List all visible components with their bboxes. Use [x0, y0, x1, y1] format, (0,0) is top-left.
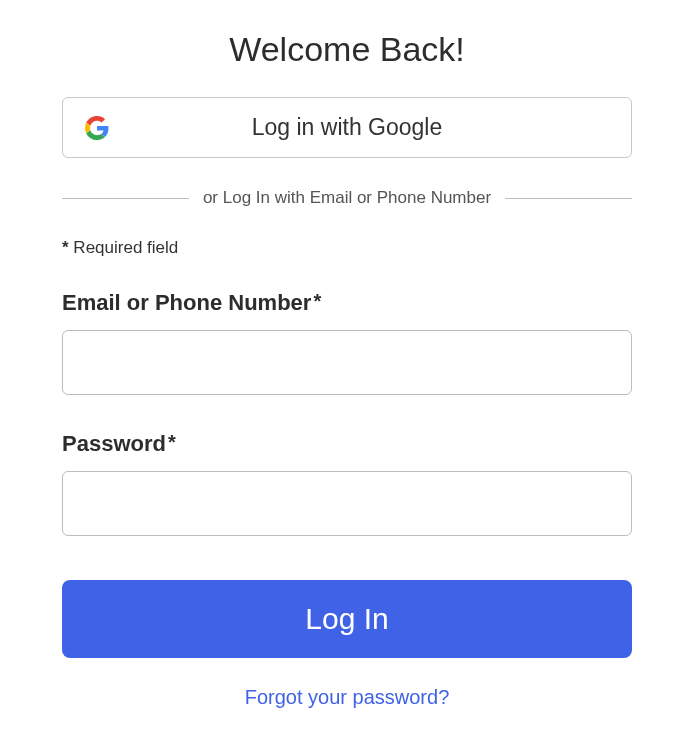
forgot-password-link[interactable]: Forgot your password?: [62, 686, 632, 709]
required-star: *: [62, 238, 69, 257]
email-required-star: *: [313, 290, 321, 312]
password-field-group: Password*: [62, 431, 632, 536]
google-login-button[interactable]: Log in with Google: [62, 97, 632, 158]
page-title: Welcome Back!: [62, 30, 632, 69]
google-login-label: Log in with Google: [252, 114, 443, 141]
divider-text: or Log In with Email or Phone Number: [203, 188, 491, 208]
password-input[interactable]: [62, 471, 632, 536]
password-required-star: *: [168, 431, 176, 453]
required-field-note: * Required field: [62, 238, 632, 258]
password-label-text: Password: [62, 431, 166, 456]
email-label-text: Email or Phone Number: [62, 290, 311, 315]
email-input[interactable]: [62, 330, 632, 395]
google-icon: [85, 116, 109, 140]
divider-line-right: [505, 198, 632, 199]
divider-line-left: [62, 198, 189, 199]
email-field-group: Email or Phone Number*: [62, 290, 632, 395]
email-label: Email or Phone Number*: [62, 290, 632, 316]
password-label: Password*: [62, 431, 632, 457]
login-button[interactable]: Log In: [62, 580, 632, 658]
divider: or Log In with Email or Phone Number: [62, 188, 632, 208]
required-note-text: Required field: [73, 238, 178, 257]
